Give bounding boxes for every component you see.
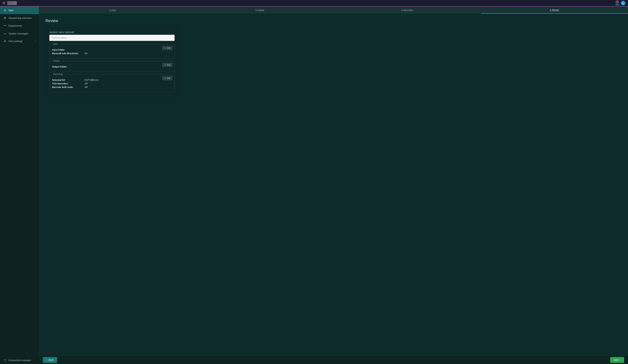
logo xyxy=(7,1,17,5)
barcode-both-ends-value: Off xyxy=(84,86,87,88)
sidebar-item-label: Host settings xyxy=(8,40,23,43)
sidebar-bottom: ⌥ Connection manager xyxy=(0,356,39,364)
barcode-both-ends-row: Barcode both ends: Off xyxy=(52,86,172,88)
basecall-sub-row: Basecall sub-directories On xyxy=(52,52,172,55)
sidebar-item-label: Experiments xyxy=(8,24,22,27)
analysis-name-label: Analysis name (optional) xyxy=(49,31,175,33)
barcode-both-ends-label: Barcode both ends: xyxy=(52,86,84,88)
top-bar-right: ? Help L xyxy=(616,1,626,6)
selected-kit-row: Selected kit: EXP-NBD114 xyxy=(52,79,172,81)
chevron-right-icon: › xyxy=(620,359,621,361)
input-folder-label: Input folder xyxy=(52,49,84,51)
basecall-sub-value: On xyxy=(84,52,88,55)
help-label: Help xyxy=(616,4,619,6)
start-button[interactable]: Start › xyxy=(610,357,624,363)
barcoding-section-content: Selected kit: EXP-NBD114 Trim barcodes: … xyxy=(52,79,172,88)
trim-barcodes-label: Trim barcodes: xyxy=(52,82,84,85)
output-folder-row: Output folder: xyxy=(52,65,172,68)
sidebar-item-experiments[interactable]: 〜 Experiments xyxy=(0,22,39,30)
bottom-bar: ‹ Back Start › xyxy=(39,356,628,364)
barcoding-edit-button[interactable]: ✎ Edit xyxy=(162,76,172,80)
help-circle-icon: ? xyxy=(616,1,619,3)
sidebar-item-host-settings[interactable]: ⚙ Host settings › xyxy=(0,37,39,45)
top-bar: ☰ ? Help L xyxy=(0,0,628,6)
review-card: Analysis name (optional) Input ✎ Edit In… xyxy=(45,27,178,99)
main-layout: ⊙ Start ⊞ Sequencing overview 〜 Experime… xyxy=(0,6,628,364)
sidebar-item-connection-manager[interactable]: ⌥ Connection manager xyxy=(0,356,39,364)
chart-icon: 〜 xyxy=(3,24,6,27)
output-section-legend: Output: xyxy=(52,60,61,62)
sidebar-item-system-messages[interactable]: ▭ System messages xyxy=(0,30,39,37)
input-section: Input ✎ Edit Input folder Basecall sub-d… xyxy=(49,44,175,58)
output-section-content: Output folder: xyxy=(52,65,172,68)
settings-icon: ⚙ xyxy=(3,40,6,43)
step-barcoding[interactable]: 3. Barcoding xyxy=(333,6,481,14)
step-review[interactable]: 4. Review xyxy=(481,6,628,14)
step-input[interactable]: 1. Input xyxy=(39,6,186,14)
output-folder-label: Output folder: xyxy=(52,65,84,68)
connection-icon: ⌥ xyxy=(3,359,6,362)
back-button[interactable]: ‹ Back xyxy=(43,357,57,363)
edit-pencil-icon: ✎ xyxy=(164,47,166,49)
input-section-legend: Input xyxy=(52,43,59,45)
chevron-right-icon: › xyxy=(35,40,36,42)
hamburger-icon[interactable]: ☰ xyxy=(2,1,5,5)
page-title: Review xyxy=(45,18,622,23)
sidebar-item-label: System messages xyxy=(8,32,28,35)
page-content: Review Analysis name (optional) Input ✎ … xyxy=(39,14,628,356)
top-bar-left: ☰ xyxy=(2,1,17,5)
edit-pencil-icon: ✎ xyxy=(164,77,166,79)
messages-icon: ▭ xyxy=(3,32,6,35)
sidebar: ⊙ Start ⊞ Sequencing overview 〜 Experime… xyxy=(0,6,39,364)
sidebar-spacer xyxy=(0,45,39,356)
barcoding-section: Barcoding: ✎ Edit Selected kit: EXP-NBD1… xyxy=(49,74,175,92)
user-avatar[interactable]: L xyxy=(621,1,626,5)
selected-kit-value: EXP-NBD114 xyxy=(84,79,98,81)
analysis-name-input[interactable] xyxy=(49,35,175,41)
start-icon: ⊙ xyxy=(3,9,6,12)
steps-nav: 1. Input 2. Output 3. Barcoding 4. Revie… xyxy=(39,6,628,14)
output-edit-button[interactable]: ✎ Edit xyxy=(162,63,172,67)
sidebar-item-start[interactable]: ⊙ Start xyxy=(0,6,39,14)
selected-kit-label: Selected kit: xyxy=(52,79,84,81)
basecall-sub-label: Basecall sub-directories xyxy=(52,52,84,55)
trim-barcodes-row: Trim barcodes: Off xyxy=(52,82,172,85)
trim-barcodes-value: Off xyxy=(84,82,87,85)
grid-icon: ⊞ xyxy=(3,16,6,19)
input-folder-row: Input folder xyxy=(52,49,172,51)
barcoding-section-legend: Barcoding: xyxy=(52,73,65,75)
content-area: 1. Input 2. Output 3. Barcoding 4. Revie… xyxy=(39,6,628,364)
step-output[interactable]: 2. Output xyxy=(186,6,334,14)
input-edit-button[interactable]: ✎ Edit xyxy=(162,46,172,50)
sidebar-item-label: Start xyxy=(8,9,14,12)
output-section: Output: ✎ Edit Output folder: xyxy=(49,61,175,72)
sidebar-item-label: Connection manager xyxy=(8,359,31,362)
sidebar-item-label: Sequencing overview xyxy=(8,16,32,19)
help-button[interactable]: ? Help xyxy=(616,1,619,6)
edit-pencil-icon: ✎ xyxy=(164,64,166,66)
chevron-left-icon: ‹ xyxy=(46,359,47,361)
sidebar-item-sequencing-overview[interactable]: ⊞ Sequencing overview xyxy=(0,14,39,22)
input-section-content: Input folder Basecall sub-directories On xyxy=(52,49,172,55)
